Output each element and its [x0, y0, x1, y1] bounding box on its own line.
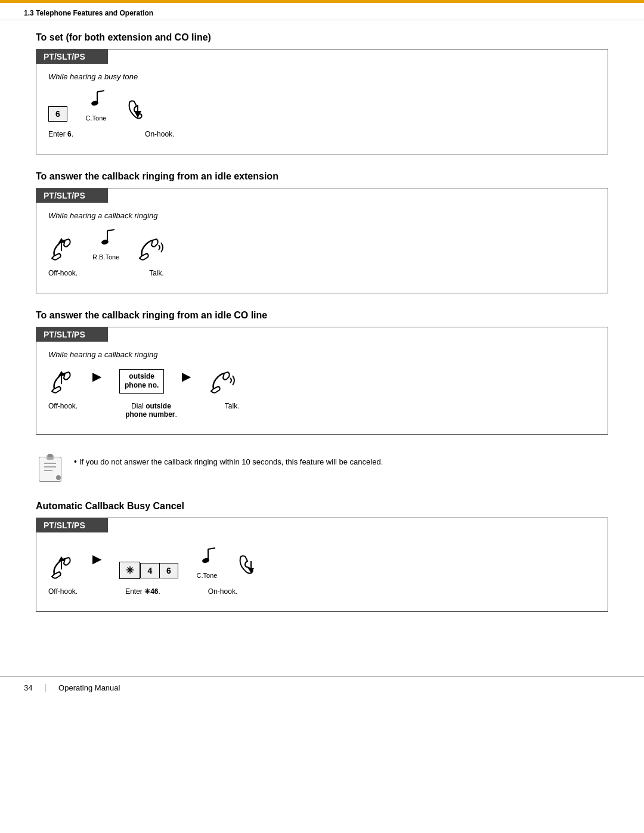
section-4-heading: Automatic Callback Busy Cancel — [36, 501, 608, 512]
arrow-icon-3: ▶ — [92, 552, 101, 566]
step-ctone-1: C.Tone — [85, 89, 107, 122]
rbtone-icon: R.B.Tone — [92, 228, 119, 261]
music-note-icon-1 — [85, 89, 107, 113]
step-outside-box: outside phone no. — [119, 369, 164, 394]
labels-row-4: Off-hook. Enter ✳46. On-hook. — [48, 585, 596, 596]
labels-row-3: Off-hook. Dial outsidephone number. Talk… — [48, 400, 596, 419]
steps-row-4: ▶ ✳ 4 6 — [48, 547, 596, 579]
section-title: 1.3 Telephone Features and Operation — [24, 9, 153, 17]
label-4-1: Off-hook. — [48, 587, 78, 596]
ctone-4-icon: C.Tone — [196, 547, 218, 579]
note-section: • If you do not answer the callback ring… — [36, 451, 608, 487]
step-talk-2 — [209, 367, 241, 394]
key-4: 4 — [140, 563, 159, 578]
bullet-point: • — [74, 457, 79, 466]
ptbox-1-body: While hearing a busy tone 6 — [36, 64, 608, 154]
step-talk-1 — [137, 234, 169, 261]
step-ctone-4: C.Tone — [196, 547, 218, 579]
offhook-2-icon — [48, 234, 75, 261]
ptbox-3: PT/SLT/PS While hearing a callback ringi… — [36, 327, 608, 435]
keys-star-46-group: ✳ 4 6 — [119, 562, 178, 579]
outside-phone-box: outside phone no. — [119, 369, 164, 394]
step-key-6: 6 — [48, 106, 67, 122]
ptbox-1: PT/SLT/PS While hearing a busy tone 6 — [36, 49, 608, 154]
label-2-3: Talk. — [149, 269, 164, 277]
key-6-icon: 6 — [48, 106, 67, 122]
ptbox-3-label: PT/SLT/PS — [36, 327, 108, 342]
page-number: 34 — [24, 683, 32, 692]
note-text: If you do not answer the callback ringin… — [79, 455, 383, 466]
label-4-3: On-hook. — [208, 587, 237, 596]
ptbox-3-body: While hearing a callback ringing — [36, 342, 608, 434]
footer: 34 | Operating Manual — [0, 676, 644, 698]
ptbox-4: PT/SLT/PS ▶ — [36, 518, 608, 612]
ptbox-2: PT/SLT/PS While hearing a callback ringi… — [36, 188, 608, 293]
outside-line1: outside — [129, 372, 154, 380]
ctone-1-label: C.Tone — [86, 114, 107, 122]
label-1-3: On-hook. — [145, 130, 174, 138]
key-star: ✳ — [119, 562, 140, 579]
label-4-2: Enter ✳46. — [125, 587, 160, 596]
offhook-icon-2 — [48, 234, 75, 261]
step-offhook-4 — [48, 553, 75, 579]
while-text-3: While hearing a callback ringing — [48, 350, 596, 359]
steps-row-1: 6 C.Tone — [48, 89, 596, 122]
ptbox-1-label: PT/SLT/PS — [36, 49, 108, 64]
footer-divider: | — [44, 683, 47, 692]
footer-label: Operating Manual — [58, 683, 120, 692]
talk-2-icon — [209, 367, 241, 394]
key-6: 6 — [159, 563, 178, 578]
onhook-4-icon — [236, 553, 262, 579]
talk-1-icon — [137, 234, 169, 261]
ptbox-4-body: ▶ ✳ 4 6 — [36, 532, 608, 611]
onhook-icon-4 — [236, 553, 262, 579]
header: 1.3 Telephone Features and Operation — [0, 3, 644, 20]
section-2-heading: To answer the callback ringing from an i… — [36, 171, 608, 182]
section-3-heading: To answer the callback ringing from an i… — [36, 310, 608, 321]
rbtone-label: R.B.Tone — [92, 253, 119, 261]
step-onhook-1 — [125, 98, 151, 122]
label-2-1: Off-hook. — [48, 269, 78, 277]
step-offhook-3 — [48, 367, 75, 394]
main-content: To set (for both extension and CO line) … — [0, 20, 644, 652]
while-text-1: While hearing a busy tone — [48, 72, 596, 81]
ptbox-4-label: PT/SLT/PS — [36, 518, 108, 532]
while-text-2: While hearing a callback ringing — [48, 211, 596, 220]
outside-line2: phone no. — [125, 381, 159, 389]
svg-rect-17 — [48, 454, 52, 457]
label-3-1: Off-hook. — [48, 402, 78, 410]
onhook-icon-1 — [125, 98, 151, 122]
note-icon-wrap — [36, 454, 64, 487]
key-6-box: 6 — [48, 106, 67, 122]
note-bullet-wrap: • If you do not answer the callback ring… — [74, 451, 383, 468]
svg-line-22 — [208, 548, 215, 549]
offhook-icon-3 — [48, 367, 75, 394]
labels-row-2: Off-hook. Talk. — [48, 267, 596, 277]
label-1-1: Enter 6. — [48, 130, 73, 138]
ctone-4-label: C.Tone — [197, 572, 218, 579]
arrow-icon-1: ▶ — [92, 369, 101, 383]
label-3-2: Dial outsidephone number. — [125, 402, 177, 419]
step-rbtone: R.B.Tone — [92, 228, 119, 261]
steps-row-3: ▶ outside phone no. ▶ — [48, 367, 596, 394]
step-keys-star-46: ✳ 4 6 — [119, 562, 178, 579]
music-note-icon-2 — [95, 228, 117, 252]
svg-line-7 — [107, 230, 114, 231]
talk-icon-1 — [137, 234, 169, 261]
labels-row-1: Enter 6. On-hook. — [48, 128, 596, 138]
steps-row-2: R.B.Tone — [48, 228, 596, 261]
section-1-heading: To set (for both extension and CO line) — [36, 32, 608, 43]
offhook-3-icon — [48, 367, 75, 394]
label-3-3: Talk. — [225, 402, 240, 410]
ptbox-2-label: PT/SLT/PS — [36, 188, 108, 203]
talk-icon-2 — [209, 367, 241, 394]
offhook-4-icon — [48, 553, 75, 579]
notepad-icon — [36, 454, 64, 485]
step-offhook-2 — [48, 234, 75, 261]
step-onhook-4 — [236, 553, 262, 579]
ptbox-2-body: While hearing a callback ringing — [36, 203, 608, 293]
svg-point-18 — [56, 475, 61, 480]
onhook-1-icon — [125, 98, 151, 122]
music-note-icon-4 — [196, 547, 218, 571]
ctone-1-icon: C.Tone — [85, 89, 107, 122]
